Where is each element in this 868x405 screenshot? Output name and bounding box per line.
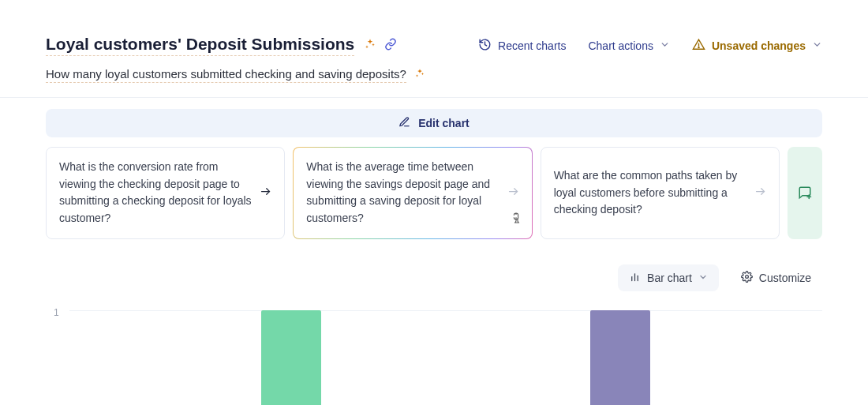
chevron-down-icon: [660, 39, 670, 52]
edit-chart-button[interactable]: Edit chart: [46, 109, 822, 137]
suggestion-text: What is the average time between viewing…: [306, 159, 499, 227]
chat-plus-icon: [798, 186, 812, 200]
gear-icon: [741, 271, 753, 285]
warning-icon: [692, 38, 705, 54]
bar-chart-icon: [629, 271, 641, 285]
chart-actions-label: Chart actions: [588, 39, 653, 52]
customize-label: Customize: [759, 272, 811, 284]
customize-button[interactable]: Customize: [730, 264, 822, 291]
chart-type-label: Bar chart: [647, 272, 692, 284]
chevron-down-icon: [812, 39, 822, 52]
pencil-icon: [398, 116, 410, 131]
unsaved-changes-button[interactable]: Unsaved changes: [692, 38, 822, 54]
page-subtitle[interactable]: How many loyal customers submitted check…: [46, 67, 406, 83]
arrow-right-icon: [507, 186, 519, 201]
suggestion-text: What is the conversion rate from viewing…: [59, 159, 252, 227]
link-icon[interactable]: [384, 38, 397, 54]
svg-point-10: [745, 275, 748, 278]
chart-type-select[interactable]: Bar chart: [618, 264, 719, 291]
suggestion-text: What are the common paths taken by loyal…: [554, 167, 746, 219]
unsaved-changes-label: Unsaved changes: [712, 39, 806, 52]
svg-point-1: [698, 47, 699, 47]
bar-checking[interactable]: [261, 310, 321, 405]
history-icon: [478, 38, 492, 54]
arrow-right-icon: [754, 186, 766, 201]
edit-chart-label: Edit chart: [418, 117, 470, 129]
page-title[interactable]: Loyal customers' Deposit Submissions: [46, 35, 354, 56]
recent-charts-button[interactable]: Recent charts: [478, 38, 566, 54]
sparkle-icon: [414, 68, 425, 82]
y-tick-label: 1: [54, 307, 59, 318]
chevron-down-icon: [698, 272, 708, 284]
arrow-right-icon: [260, 186, 271, 201]
add-suggestion-button[interactable]: [788, 147, 822, 239]
divider: [0, 97, 868, 98]
bar-saving[interactable]: [590, 310, 650, 405]
sparkle-icon: [364, 38, 376, 54]
suggestion-card[interactable]: What is the average time between viewing…: [293, 147, 532, 239]
chart-actions-button[interactable]: Chart actions: [588, 39, 669, 52]
suggestion-card[interactable]: What are the common paths taken by loyal…: [541, 147, 780, 239]
suggestion-card[interactable]: What is the conversion rate from viewing…: [46, 147, 285, 239]
recent-charts-label: Recent charts: [498, 39, 566, 52]
